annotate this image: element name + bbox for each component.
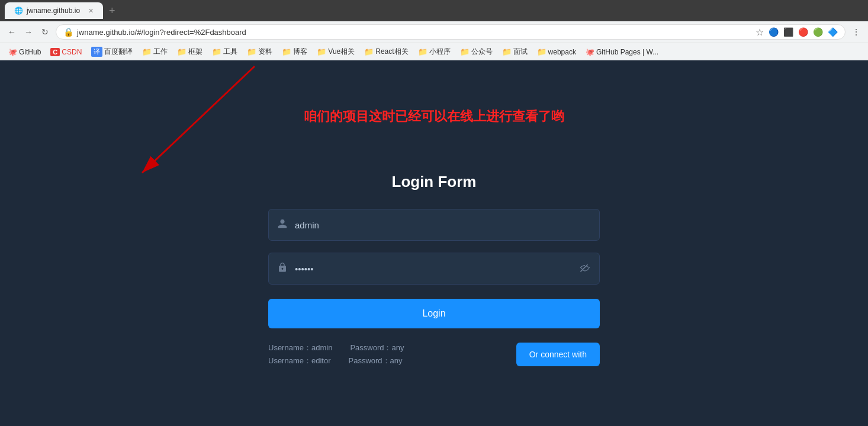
url-text: jwname.github.io/#/login?redirect=%2Fdas… [77, 28, 246, 37]
bookmark-label: Vue相关 [328, 47, 355, 57]
hint-username-2: Username：editor [268, 356, 331, 366]
folder-icon: 📁 [317, 47, 326, 56]
browser-tab[interactable]: 🌐 jwname.github.io ✕ [5, 2, 103, 19]
csdn-icon: C [50, 48, 60, 56]
github-pages-icon: 🐙 [586, 48, 594, 56]
main-content: 咱们的项目这时已经可以在线上进行查看了哟 Login Form [0, 60, 868, 426]
bookmark-baidu-translate[interactable]: 译 百度翻译 [88, 46, 136, 58]
bookmark-label: CSDN [62, 48, 82, 56]
folder-icon: 📁 [142, 47, 152, 56]
browser-chrome: 🌐 jwname.github.io ✕ + ← → ↻ 🔒 jwname.gi… [0, 0, 868, 60]
bookmark-wechat[interactable]: 📁 公众号 [456, 46, 496, 58]
translate-icon: 译 [91, 47, 102, 57]
bookmark-label: 小程序 [429, 47, 451, 57]
folder-icon: 📁 [364, 47, 374, 56]
bookmark-label: 工作 [153, 47, 168, 57]
user-icon [277, 218, 288, 232]
bookmark-label: 工具 [223, 47, 237, 57]
bookmark-label: 博客 [293, 47, 307, 57]
bookmark-label: 资料 [258, 47, 272, 57]
tab-close-icon[interactable]: ✕ [88, 7, 94, 15]
bookmarks-bar: 🐙 GitHub C CSDN 译 百度翻译 📁 工作 📁 框架 📁 工具 📁 … [0, 43, 868, 60]
login-title: Login Form [392, 173, 477, 191]
browser-extension-3[interactable]: 🔴 [798, 27, 808, 37]
username-input[interactable] [295, 220, 591, 230]
folder-icon: 📁 [502, 47, 512, 56]
hint-username-1: Username：admin [268, 343, 332, 353]
address-bar[interactable]: 🔒 jwname.github.io/#/login?redirect=%2Fd… [56, 24, 846, 40]
folder-icon: 📁 [177, 47, 187, 56]
connect-button[interactable]: Or connect with [516, 343, 600, 366]
browser-extension-1[interactable]: 🔵 [769, 27, 779, 37]
password-input[interactable] [295, 264, 572, 274]
folder-icon: 📁 [247, 47, 256, 56]
login-button[interactable]: Login [268, 299, 600, 328]
bookmark-webpack[interactable]: 📁 webpack [533, 46, 580, 57]
new-tab-button[interactable]: + [109, 5, 115, 17]
bottom-row: Username：admin Password：any Username：edi… [268, 343, 600, 366]
forward-button[interactable]: → [22, 26, 34, 38]
github-icon: 🐙 [8, 48, 17, 56]
username-input-group [268, 209, 600, 241]
menu-button[interactable]: ⋮ [850, 26, 862, 38]
bookmark-github[interactable]: 🐙 GitHub [5, 47, 44, 57]
browser-extension-5[interactable]: 🔷 [828, 27, 838, 37]
browser-extension-2[interactable]: ⬛ [783, 27, 793, 37]
svg-line-1 [142, 66, 255, 173]
bookmark-label: 公众号 [471, 47, 493, 57]
bookmark-tools[interactable]: 📁 工具 [208, 46, 241, 58]
bookmark-github-pages[interactable]: 🐙 GitHub Pages | W... [582, 47, 662, 57]
bookmark-label: GitHub [19, 48, 41, 56]
login-card: Login Form [268, 173, 600, 366]
bookmark-work[interactable]: 📁 工作 [139, 46, 171, 58]
bookmark-csdn[interactable]: C CSDN [47, 47, 85, 57]
hint-password-2: Password：any [349, 356, 403, 366]
tab-favicon: 🌐 [14, 7, 23, 15]
bookmark-interview[interactable]: 📁 面试 [499, 46, 531, 58]
credential-hints: Username：admin Password：any Username：edi… [268, 343, 404, 366]
bookmark-framework[interactable]: 📁 框架 [173, 46, 206, 58]
address-bar-icons: ☆ 🔵 ⬛ 🔴 🟢 🔷 [756, 27, 838, 38]
annotation-text: 咱们的项目这时已经可以在线上进行查看了哟 [304, 108, 564, 125]
folder-icon: 📁 [212, 47, 221, 56]
browser-titlebar: 🌐 jwname.github.io ✕ + [0, 0, 868, 21]
bookmark-star-icon[interactable]: ☆ [756, 27, 764, 38]
folder-icon: 📁 [418, 47, 427, 56]
folder-icon: 📁 [537, 47, 546, 56]
bookmark-resources[interactable]: 📁 资料 [243, 46, 276, 58]
bookmark-label: 面试 [513, 47, 528, 57]
hint-password-1: Password：any [350, 343, 404, 353]
lock-icon [277, 262, 288, 276]
folder-icon: 📁 [282, 47, 291, 56]
address-bar-row: ← → ↻ 🔒 jwname.github.io/#/login?redirec… [0, 21, 868, 43]
reload-button[interactable]: ↻ [39, 26, 51, 38]
bookmark-label: webpack [548, 48, 576, 56]
password-input-group [268, 253, 600, 285]
toggle-password-icon[interactable] [579, 263, 591, 275]
bookmark-vue[interactable]: 📁 Vue相关 [313, 46, 358, 58]
tab-title: jwname.github.io [27, 7, 80, 15]
annotation-arrow [118, 60, 296, 191]
browser-extension-4[interactable]: 🟢 [813, 27, 823, 37]
bookmark-label: React相关 [375, 47, 408, 57]
bookmark-blog[interactable]: 📁 博客 [278, 46, 311, 58]
bookmark-miniprogram[interactable]: 📁 小程序 [414, 46, 454, 58]
bookmark-label: 框架 [188, 47, 202, 57]
security-icon: 🔒 [63, 27, 73, 37]
bookmark-react[interactable]: 📁 React相关 [361, 46, 412, 58]
bookmark-label: GitHub Pages | W... [596, 48, 658, 56]
bookmark-label: 百度翻译 [104, 47, 133, 57]
folder-icon: 📁 [460, 47, 470, 56]
back-button[interactable]: ← [6, 26, 18, 38]
